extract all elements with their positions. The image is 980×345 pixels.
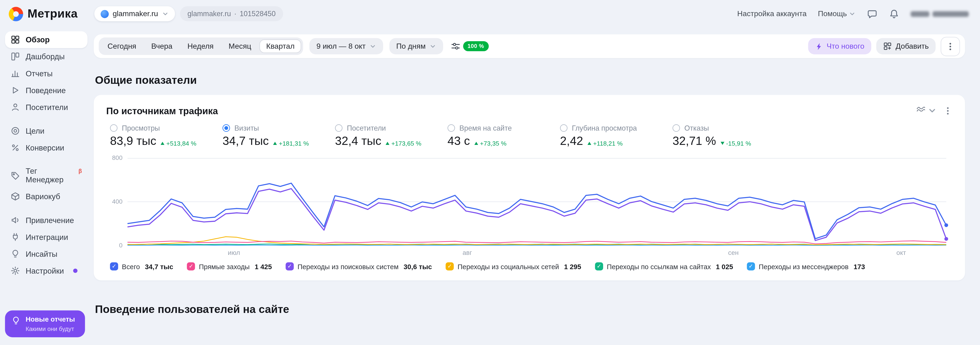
metric-tab-visitors[interactable]: Посетители32,4 тыс+173,65 % xyxy=(335,124,430,148)
legend-label: Прямые заходы xyxy=(199,263,250,270)
sidebar-item-conversions[interactable]: Конверсии xyxy=(5,139,88,156)
user-account-redacted[interactable] xyxy=(911,11,969,17)
sampling-control[interactable]: 100 % xyxy=(451,41,488,51)
metrika-logo-text: Метрика xyxy=(27,7,78,21)
date-range-select[interactable]: 9 июл — 8 окт xyxy=(310,38,383,54)
yandex-metrika-app: Метрика glammaker.ru glammaker.ru · 1015… xyxy=(0,0,980,345)
help-menu[interactable]: Помощь xyxy=(818,9,856,18)
legend-checkbox[interactable]: ✓ xyxy=(187,263,195,271)
chevron-down-icon xyxy=(849,10,856,17)
counter-breadcrumb[interactable]: glammaker.ru · 101528450 xyxy=(180,6,283,21)
toolbar: СегодняВчераНеделяМесяцКвартал 9 июл — 8… xyxy=(94,35,965,58)
date-preset-yesterday[interactable]: Вчера xyxy=(144,39,179,53)
acquisition-icon xyxy=(11,215,20,225)
new-reports-promo[interactable]: Новые отчеты Какими они будут xyxy=(5,310,85,337)
more-menu-button[interactable] xyxy=(941,36,960,56)
counter-selector[interactable]: glammaker.ru xyxy=(95,6,175,21)
sidebar-item-insights[interactable]: Инсайты xyxy=(5,245,88,263)
sidebar-item-acquisition[interactable]: Привлечение xyxy=(5,212,88,229)
legend-label: Переходы из социальных сетей xyxy=(457,263,559,270)
x-tick-label: авг xyxy=(463,248,472,256)
granularity-select[interactable]: По дням xyxy=(389,38,443,54)
lightbulb-icon xyxy=(11,316,21,325)
whats-new-label: Что нового xyxy=(827,42,864,51)
notifications-bell-icon[interactable] xyxy=(889,8,899,19)
metric-radio[interactable] xyxy=(673,124,680,132)
metric-tab-views[interactable]: Просмотры83,9 тыс+513,84 % xyxy=(110,124,205,148)
conversions-icon xyxy=(11,143,20,152)
add-button-label: Добавить xyxy=(896,42,929,51)
delta-arrow-icon xyxy=(474,142,478,145)
chevron-down-icon xyxy=(369,43,376,50)
delta-arrow-icon xyxy=(273,142,277,145)
section-title-overview: Общие показатели xyxy=(95,74,965,87)
chat-icon[interactable] xyxy=(867,8,877,19)
legend-checkbox[interactable]: ✓ xyxy=(286,263,294,271)
legend-checkbox[interactable]: ✓ xyxy=(595,263,603,271)
legend-item-messengers[interactable]: ✓Переходы из мессенджеров173 xyxy=(747,263,865,271)
legend-item-total[interactable]: ✓Всего34,7 тыс xyxy=(110,263,173,271)
visitors-icon xyxy=(11,103,20,112)
legend-item-links[interactable]: ✓Переходы по ссылкам на сайтах1 025 xyxy=(595,263,733,271)
date-preset-quarter[interactable]: Квартал xyxy=(259,39,301,53)
metrika-logo[interactable]: Метрика xyxy=(9,6,78,21)
x-tick-label: июл xyxy=(228,248,240,256)
y-tick-label: 0 xyxy=(107,242,123,248)
legend-value: 1 025 xyxy=(716,263,733,270)
traffic-sources-card: По источникам трафика Просмотры83,9 тыс+… xyxy=(94,95,965,281)
sidebar-item-behavior[interactable]: Поведение xyxy=(5,82,88,99)
legend-item-direct[interactable]: ✓Прямые заходы1 425 xyxy=(187,263,272,271)
account-settings-link[interactable]: Настройка аккаунта xyxy=(737,9,807,18)
x-tick-label: окт xyxy=(896,248,906,256)
traffic-chart[interactable]: 0400800 июлавгсенокт xyxy=(107,158,953,256)
granularity-label: По дням xyxy=(396,42,426,51)
delta-arrow-icon xyxy=(161,142,164,145)
header-actions: Настройка аккаунта Помощь xyxy=(737,8,969,19)
sidebar-item-label: Вариокуб xyxy=(25,192,60,201)
metric-tab-depth[interactable]: Глубина просмотра2,42+118,21 % xyxy=(560,124,655,148)
legend-checkbox[interactable]: ✓ xyxy=(110,263,118,271)
sidebar-item-label: Интеграции xyxy=(25,233,68,241)
chart-legend: ✓Всего34,7 тыс✓Прямые заходы1 425✓Перехо… xyxy=(107,263,953,271)
legend-item-social[interactable]: ✓Переходы из социальных сетей1 295 xyxy=(446,263,581,271)
whats-new-button[interactable]: Что нового xyxy=(808,38,871,54)
card-menu-button[interactable] xyxy=(943,106,953,116)
chart-type-select[interactable] xyxy=(916,105,937,117)
legend-value: 1 425 xyxy=(255,263,272,270)
add-button[interactable]: Добавить xyxy=(876,38,936,54)
date-preset-month[interactable]: Месяц xyxy=(222,39,258,53)
metric-tab-visits[interactable]: Визиты34,7 тыс+181,31 % xyxy=(223,124,318,148)
metric-radio[interactable] xyxy=(335,124,342,132)
legend-checkbox[interactable]: ✓ xyxy=(446,263,454,271)
metric-radio[interactable] xyxy=(448,124,455,132)
legend-value: 173 xyxy=(854,263,865,270)
counter-id: 101528450 xyxy=(240,10,276,17)
metric-radio[interactable] xyxy=(223,124,230,132)
date-preset-today[interactable]: Сегодня xyxy=(101,39,143,53)
date-preset-week[interactable]: Неделя xyxy=(181,39,220,53)
sidebar-item-integrations[interactable]: Интеграции xyxy=(5,229,88,245)
legend-label: Переходы по ссылкам на сайтах xyxy=(607,263,711,270)
sidebar-item-dashboards[interactable]: Дашборды xyxy=(5,48,88,65)
sidebar-item-settings[interactable]: Настройки xyxy=(5,263,88,279)
sidebar-item-overview[interactable]: Обзор xyxy=(5,31,88,48)
metric-tab-time-on-site[interactable]: Время на сайте43 с+73,35 % xyxy=(448,124,543,148)
sidebar-item-label: Отчеты xyxy=(25,69,52,78)
delta-arrow-icon xyxy=(721,142,724,145)
behavior-icon xyxy=(11,85,20,95)
date-range-label: 9 июл — 8 окт xyxy=(317,42,366,51)
sidebar-item-visitors[interactable]: Посетители xyxy=(5,99,88,116)
reports-icon xyxy=(11,69,20,78)
metric-radio[interactable] xyxy=(110,124,118,132)
sidebar-item-variocube[interactable]: Вариокуб xyxy=(5,188,88,205)
sidebar-item-reports[interactable]: Отчеты xyxy=(5,65,88,82)
sidebar-item-label: Конверсии xyxy=(25,143,64,152)
legend-item-search[interactable]: ✓Переходы из поисковых систем30,6 тыс xyxy=(286,263,432,271)
legend-checkbox[interactable]: ✓ xyxy=(747,263,755,271)
sidebar-item-goals[interactable]: Цели xyxy=(5,122,88,139)
metric-delta: -15,91 % xyxy=(721,140,751,147)
metric-tab-bounce[interactable]: Отказы32,71 %-15,91 % xyxy=(673,124,768,148)
metric-label: Визиты xyxy=(234,124,259,132)
sidebar-item-tag-manager[interactable]: Тег Менеджерβ xyxy=(5,163,88,188)
metric-radio[interactable] xyxy=(560,124,568,132)
